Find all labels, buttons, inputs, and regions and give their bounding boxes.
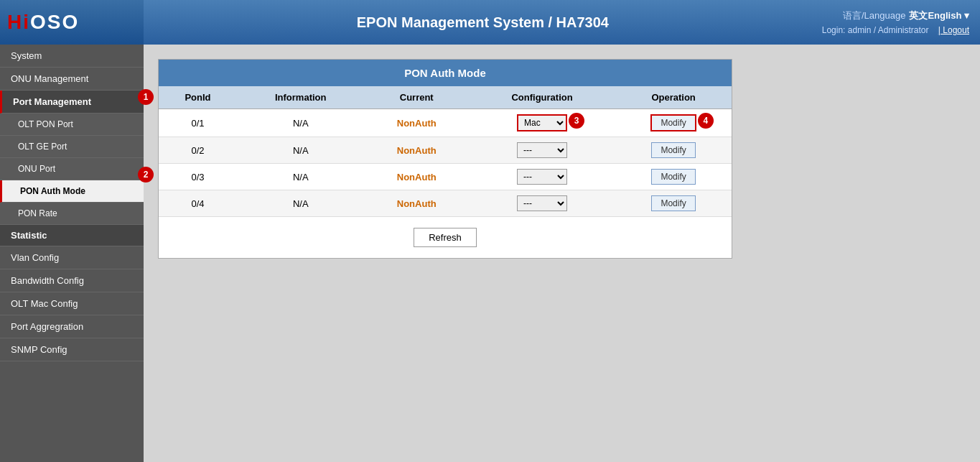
- logo-text: HiOSO: [7, 11, 79, 34]
- modify-button-4[interactable]: Modify: [651, 195, 695, 211]
- col-current: Current: [365, 86, 469, 109]
- lang-label: 语言/Language: [843, 9, 905, 22]
- sidebar-item-pon-rate[interactable]: PON Rate: [0, 203, 144, 225]
- sidebar-item-vlan-config[interactable]: Vlan Config: [0, 246, 144, 269]
- sidebar-item-pon-auth-mode[interactable]: PON Auth Mode: [0, 180, 144, 203]
- sidebar-item-system[interactable]: System: [0, 45, 144, 68]
- annotation-badge-1: 1: [138, 89, 154, 105]
- cell-operation[interactable]: Modify: [615, 190, 732, 217]
- cell-ponid: 0/2: [159, 137, 237, 164]
- sidebar-item-olt-ge-port[interactable]: OLT GE Port: [0, 136, 144, 158]
- lang-selector[interactable]: 英文English ▾: [909, 9, 969, 22]
- cell-config[interactable]: --- Mac: [469, 190, 615, 217]
- cell-current: NonAuth: [365, 164, 469, 190]
- table-row: 0/4 N/A NonAuth --- Mac Modify: [159, 190, 732, 217]
- modify-button-1[interactable]: Modify: [650, 114, 696, 131]
- sidebar: System ONU Management Port Management OL…: [0, 45, 144, 462]
- header-title: EPON Management System / HA7304: [357, 14, 609, 31]
- sidebar-item-snmp-config[interactable]: SNMP Config: [0, 338, 144, 361]
- cell-operation[interactable]: Modify: [615, 137, 732, 164]
- col-information: Information: [237, 86, 365, 109]
- cell-current: NonAuth: [365, 109, 469, 137]
- header-center: EPON Management System / HA7304: [144, 0, 822, 45]
- cell-config[interactable]: --- Mac: [469, 137, 615, 164]
- refresh-area: Refresh: [159, 217, 732, 258]
- cell-info: N/A: [237, 190, 365, 217]
- cell-ponid: 0/3: [159, 164, 237, 190]
- pon-auth-mode-table-container: PON Auth Mode PonId Information Current …: [158, 59, 732, 259]
- config-select-4[interactable]: --- Mac: [517, 195, 567, 211]
- sidebar-item-port-management[interactable]: Port Management: [0, 91, 144, 114]
- annotation-badge-4: 4: [698, 113, 714, 129]
- sidebar-item-bandwidth-config[interactable]: Bandwidth Config: [0, 269, 144, 292]
- refresh-button[interactable]: Refresh: [414, 228, 477, 247]
- col-ponid: PonId: [159, 86, 237, 109]
- cell-config[interactable]: --- Mac: [469, 164, 615, 190]
- logo: HiOSO: [0, 0, 144, 45]
- table-row: 0/3 N/A NonAuth --- Mac Modify: [159, 164, 732, 190]
- layout: System ONU Management Port Management OL…: [0, 45, 980, 462]
- sidebar-item-onu-port[interactable]: ONU Port: [0, 158, 144, 180]
- config-select-1[interactable]: Mac ---: [517, 114, 567, 131]
- modify-button-2[interactable]: Modify: [651, 142, 695, 158]
- login-text: Login: admin / Administrator: [822, 25, 929, 35]
- config-select-2[interactable]: --- Mac: [517, 142, 567, 158]
- login-area: Login: admin / Administrator | Logout: [822, 25, 969, 35]
- sidebar-item-olt-mac-config[interactable]: OLT Mac Config: [0, 292, 144, 315]
- cell-info: N/A: [237, 137, 365, 164]
- cell-operation[interactable]: Modify: [615, 164, 732, 190]
- pon-auth-mode-table: PonId Information Current Configuration …: [159, 86, 732, 217]
- sidebar-item-onu-management[interactable]: ONU Management: [0, 68, 144, 91]
- lang-area[interactable]: 语言/Language 英文English ▾: [843, 9, 969, 22]
- cell-ponid: 0/4: [159, 190, 237, 217]
- header: HiOSO EPON Management System / HA7304 语言…: [0, 0, 980, 45]
- annotation-badge-3: 3: [569, 113, 584, 129]
- table-header-row: PonId Information Current Configuration …: [159, 86, 732, 109]
- cell-operation[interactable]: Modify: [615, 109, 732, 137]
- logo-oso: OSO: [30, 11, 79, 33]
- cell-ponid: 0/1: [159, 109, 237, 137]
- table-row: 0/2 N/A NonAuth --- Mac Modify: [159, 137, 732, 164]
- cell-info: N/A: [237, 109, 365, 137]
- logo-hi: Hi: [7, 11, 30, 33]
- main-content: PON Auth Mode PonId Information Current …: [144, 45, 980, 462]
- header-right: 语言/Language 英文English ▾ Login: admin / A…: [822, 0, 980, 45]
- sidebar-item-port-aggregation[interactable]: Port Aggregration: [0, 315, 144, 338]
- col-configuration: Configuration: [469, 86, 615, 109]
- annotation-badge-2: 2: [138, 167, 154, 183]
- sidebar-item-olt-pon-port[interactable]: OLT PON Port: [0, 114, 144, 136]
- config-select-3[interactable]: --- Mac: [517, 169, 567, 185]
- cell-current: NonAuth: [365, 190, 469, 217]
- sidebar-item-statistic[interactable]: Statistic: [0, 225, 144, 246]
- cell-info: N/A: [237, 164, 365, 190]
- cell-current: NonAuth: [365, 137, 469, 164]
- col-operation: Operation: [615, 86, 732, 109]
- table-row: 0/1 N/A NonAuth Mac --- Modify: [159, 109, 732, 137]
- cell-config[interactable]: Mac ---: [469, 109, 615, 137]
- logout-button[interactable]: | Logout: [938, 25, 969, 35]
- modify-button-3[interactable]: Modify: [651, 169, 695, 185]
- table-title: PON Auth Mode: [159, 60, 732, 86]
